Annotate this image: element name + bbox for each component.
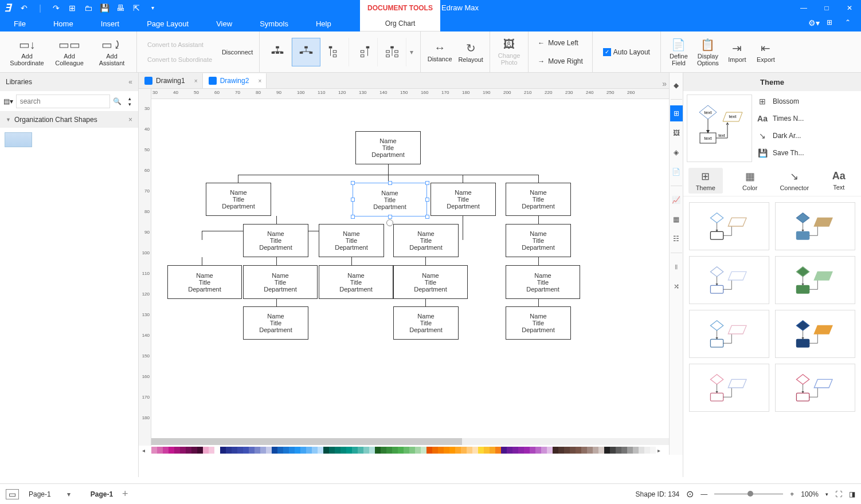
tab-drawing2[interactable]: Drawing2× bbox=[203, 73, 267, 88]
menu-home[interactable]: Home bbox=[40, 15, 87, 32]
org-chart-node[interactable]: NameTitleDepartment bbox=[506, 306, 571, 340]
convert-assistant-button[interactable]: Convert to Assistant bbox=[143, 39, 217, 50]
layout-style-5[interactable] bbox=[378, 38, 406, 66]
search-icon[interactable]: 🔍 bbox=[112, 97, 123, 105]
palette-color[interactable] bbox=[398, 447, 404, 454]
palette-color[interactable] bbox=[243, 447, 249, 454]
palette-color[interactable] bbox=[478, 447, 484, 454]
qat-more-icon[interactable]: ▾ bbox=[145, 2, 160, 14]
palette-color[interactable] bbox=[461, 447, 467, 454]
layers-tool-icon[interactable]: ◈ bbox=[670, 144, 683, 160]
palette-color[interactable] bbox=[570, 447, 576, 454]
palette-color[interactable] bbox=[484, 447, 490, 454]
page-selector[interactable]: Page-1 bbox=[24, 488, 75, 501]
palette-color[interactable] bbox=[518, 447, 524, 454]
palette-prev-icon[interactable]: ◂ bbox=[142, 447, 150, 454]
define-field-button[interactable]: 📄Define Field bbox=[664, 34, 693, 70]
play-icon[interactable]: ⊙ bbox=[686, 489, 694, 499]
menu-insert[interactable]: Insert bbox=[87, 15, 134, 32]
palette-color[interactable] bbox=[329, 447, 335, 454]
convert-subordinate-button[interactable]: Convert to Subordinate bbox=[143, 54, 217, 65]
palette-color[interactable] bbox=[312, 447, 318, 454]
palette-color[interactable] bbox=[289, 447, 295, 454]
palette-color[interactable] bbox=[335, 447, 341, 454]
palette-color[interactable] bbox=[472, 447, 478, 454]
palette-color[interactable] bbox=[341, 447, 346, 454]
menu-page-layout[interactable]: Page Layout bbox=[133, 15, 202, 32]
palette-color[interactable] bbox=[495, 447, 501, 454]
palette-color[interactable] bbox=[490, 447, 495, 454]
palette-color[interactable] bbox=[369, 447, 375, 454]
palette-color[interactable] bbox=[151, 447, 157, 454]
palette-color[interactable] bbox=[180, 447, 186, 454]
add-colleague-button[interactable]: ▭▭Add Colleague bbox=[48, 34, 91, 70]
layout-style-4[interactable] bbox=[349, 38, 378, 66]
menu-help[interactable]: Help bbox=[302, 15, 345, 32]
palette-color[interactable] bbox=[564, 447, 570, 454]
distance-button[interactable]: ↔Distance bbox=[424, 34, 455, 70]
palette-color[interactable] bbox=[203, 447, 209, 454]
org-chart-node[interactable]: NameTitleDepartment bbox=[319, 265, 393, 299]
shapes-accordion-header[interactable]: ▼ Organization Chart Shapes × bbox=[0, 112, 138, 128]
palette-color[interactable] bbox=[524, 447, 530, 454]
move-right-button[interactable]: →Move Right bbox=[534, 55, 586, 68]
search-options-icon[interactable]: ▴▾ bbox=[124, 96, 135, 107]
subtab-text[interactable]: AaText bbox=[821, 168, 856, 194]
palette-color[interactable] bbox=[214, 447, 220, 454]
palette-color[interactable] bbox=[266, 447, 272, 454]
palette-color[interactable] bbox=[650, 447, 656, 454]
close-tab-icon[interactable]: × bbox=[194, 78, 198, 84]
palette-color[interactable] bbox=[404, 447, 409, 454]
gantt-tool-icon[interactable]: ☷ bbox=[670, 231, 683, 247]
palette-color[interactable] bbox=[553, 447, 558, 454]
fill-tool-icon[interactable]: ◆ bbox=[670, 77, 683, 93]
palette-color[interactable] bbox=[174, 447, 180, 454]
org-chart-node[interactable]: NameTitleDepartment bbox=[393, 265, 468, 299]
palette-color[interactable] bbox=[530, 447, 535, 454]
theme-card[interactable] bbox=[775, 202, 855, 250]
shape-thumbnail[interactable] bbox=[5, 132, 32, 147]
tab-org-chart[interactable]: Org Chart bbox=[360, 15, 440, 32]
palette-color[interactable] bbox=[610, 447, 616, 454]
close-accordion-icon[interactable]: × bbox=[128, 116, 132, 124]
move-left-button[interactable]: ←Move Left bbox=[534, 37, 586, 49]
theme-card[interactable] bbox=[689, 364, 769, 412]
palette-color[interactable] bbox=[318, 447, 323, 454]
palette-color[interactable] bbox=[438, 447, 444, 454]
align-tool-icon[interactable]: ⫴ bbox=[670, 259, 683, 275]
palette-color[interactable] bbox=[587, 447, 593, 454]
palette-color[interactable] bbox=[323, 447, 329, 454]
fit-page-icon[interactable]: ⛶ bbox=[835, 490, 842, 498]
palette-color[interactable] bbox=[209, 447, 214, 454]
org-chart-node[interactable]: NameTitleDepartment bbox=[243, 306, 308, 340]
palette-color[interactable] bbox=[386, 447, 392, 454]
layout-style-3[interactable] bbox=[320, 38, 349, 66]
palette-color[interactable] bbox=[621, 447, 627, 454]
palette-color[interactable] bbox=[444, 447, 449, 454]
palette-color[interactable] bbox=[627, 447, 633, 454]
org-chart-node[interactable]: NameTitleDepartment bbox=[206, 183, 271, 216]
palette-color[interactable] bbox=[409, 447, 415, 454]
drawing-canvas[interactable]: NameTitleDepartmentNameTitleDepartmentNa… bbox=[151, 99, 669, 446]
theme-prop-font[interactable]: AaTimes N... bbox=[756, 112, 858, 125]
palette-color[interactable] bbox=[581, 447, 587, 454]
palette-color[interactable] bbox=[392, 447, 398, 454]
zoom-level[interactable]: 100% bbox=[801, 490, 819, 498]
export-button[interactable]: ⇤Export bbox=[752, 34, 780, 70]
org-chart-node[interactable]: NameTitleDepartment bbox=[355, 131, 421, 164]
palette-color[interactable] bbox=[432, 447, 438, 454]
palette-color[interactable] bbox=[237, 447, 243, 454]
theme-prop-connector[interactable]: ↘Dark Ar... bbox=[756, 129, 858, 143]
theme-card[interactable] bbox=[775, 256, 855, 304]
palette-color[interactable] bbox=[507, 447, 512, 454]
layout-style-1[interactable] bbox=[263, 38, 292, 66]
palette-color[interactable] bbox=[346, 447, 352, 454]
palette-color[interactable] bbox=[467, 447, 472, 454]
export-qat-icon[interactable]: ⇱ bbox=[129, 2, 144, 14]
palette-color[interactable] bbox=[197, 447, 203, 454]
chart-tool-icon[interactable]: 📈 bbox=[670, 192, 683, 208]
org-chart-node[interactable]: NameTitleDepartment bbox=[167, 265, 242, 299]
palette-color[interactable] bbox=[358, 447, 363, 454]
palette-color[interactable] bbox=[226, 447, 232, 454]
palette-color[interactable] bbox=[352, 447, 358, 454]
